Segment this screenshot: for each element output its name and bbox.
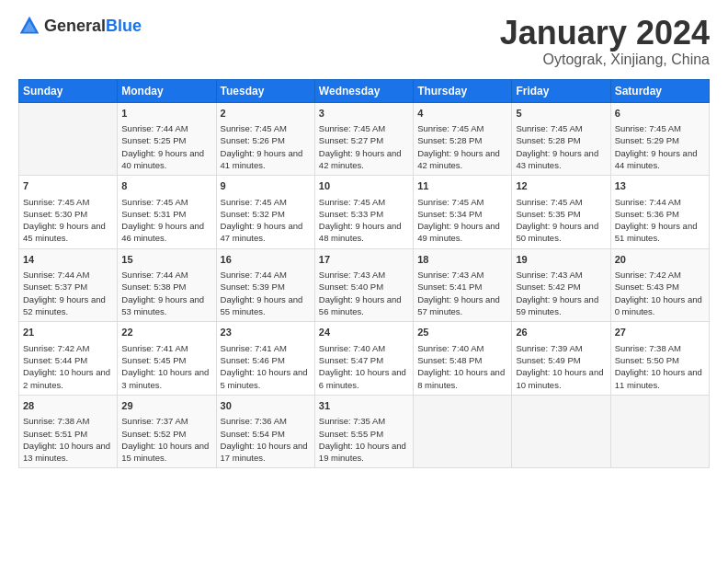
day-number: 1 xyxy=(121,107,211,121)
daylight-text: Daylight: 10 hours and 8 minutes. xyxy=(417,367,505,389)
header-cell: Friday xyxy=(512,79,610,102)
daylight-text: Daylight: 9 hours and 51 minutes. xyxy=(615,221,698,243)
sunrise-text: Sunrise: 7:37 AM xyxy=(121,416,188,426)
calendar-cell: 9Sunrise: 7:45 AMSunset: 5:32 PMDaylight… xyxy=(216,176,314,249)
daylight-text: Daylight: 9 hours and 53 minutes. xyxy=(121,294,204,316)
sunrise-text: Sunrise: 7:44 AM xyxy=(615,197,681,207)
month-title: January 2024 xyxy=(500,15,710,52)
daylight-text: Daylight: 9 hours and 56 minutes. xyxy=(319,294,402,316)
calendar-cell: 26Sunrise: 7:39 AMSunset: 5:49 PMDayligh… xyxy=(512,322,610,396)
sunrise-text: Sunrise: 7:45 AM xyxy=(417,197,483,207)
day-number: 25 xyxy=(417,326,507,339)
calendar-cell: 30Sunrise: 7:36 AMSunset: 5:54 PMDayligh… xyxy=(216,395,314,468)
sunrise-text: Sunrise: 7:45 AM xyxy=(121,197,188,207)
daylight-text: Daylight: 10 hours and 0 minutes. xyxy=(615,294,702,316)
calendar-cell: 6Sunrise: 7:45 AMSunset: 5:29 PMDaylight… xyxy=(610,102,709,176)
day-number: 13 xyxy=(615,179,705,193)
sunset-text: Sunset: 5:33 PM xyxy=(319,209,383,219)
calendar-cell: 12Sunrise: 7:45 AMSunset: 5:35 PMDayligh… xyxy=(512,176,610,249)
sunset-text: Sunset: 5:25 PM xyxy=(121,135,186,145)
header-row: SundayMondayTuesdayWednesdayThursdayFrid… xyxy=(19,79,710,102)
sunset-text: Sunset: 5:28 PM xyxy=(417,135,482,145)
sunrise-text: Sunrise: 7:45 AM xyxy=(221,123,287,133)
day-number: 31 xyxy=(319,399,409,413)
calendar-cell xyxy=(610,395,709,468)
sunrise-text: Sunrise: 7:45 AM xyxy=(319,197,385,207)
sunrise-text: Sunrise: 7:44 AM xyxy=(121,270,188,280)
sunrise-text: Sunrise: 7:40 AM xyxy=(417,343,483,353)
day-number: 24 xyxy=(319,326,409,339)
sunrise-text: Sunrise: 7:36 AM xyxy=(221,416,287,426)
sunset-text: Sunset: 5:45 PM xyxy=(121,355,186,365)
sunset-text: Sunset: 5:35 PM xyxy=(516,209,580,219)
sunrise-text: Sunrise: 7:45 AM xyxy=(319,123,385,133)
sunset-text: Sunset: 5:43 PM xyxy=(615,282,679,292)
daylight-text: Daylight: 10 hours and 15 minutes. xyxy=(121,441,209,463)
sunset-text: Sunset: 5:26 PM xyxy=(221,135,285,145)
daylight-text: Daylight: 10 hours and 11 minutes. xyxy=(615,367,702,389)
calendar-cell xyxy=(19,102,118,176)
day-number: 21 xyxy=(23,326,113,339)
calendar-cell: 18Sunrise: 7:43 AMSunset: 5:41 PMDayligh… xyxy=(414,248,512,322)
calendar-week-row: 1Sunrise: 7:44 AMSunset: 5:25 PMDaylight… xyxy=(19,102,710,176)
day-number: 30 xyxy=(221,399,311,413)
day-number: 9 xyxy=(221,179,311,193)
calendar-cell: 28Sunrise: 7:38 AMSunset: 5:51 PMDayligh… xyxy=(19,395,118,468)
calendar-header: SundayMondayTuesdayWednesdayThursdayFrid… xyxy=(19,79,710,102)
sunrise-text: Sunrise: 7:38 AM xyxy=(615,343,681,353)
calendar-cell: 7Sunrise: 7:45 AMSunset: 5:30 PMDaylight… xyxy=(19,176,118,249)
sunrise-text: Sunrise: 7:45 AM xyxy=(516,123,582,133)
sunrise-text: Sunrise: 7:43 AM xyxy=(516,270,582,280)
calendar-week-row: 21Sunrise: 7:42 AMSunset: 5:44 PMDayligh… xyxy=(19,322,710,396)
calendar-cell: 2Sunrise: 7:45 AMSunset: 5:26 PMDaylight… xyxy=(216,102,314,176)
sunrise-text: Sunrise: 7:39 AM xyxy=(516,343,582,353)
calendar-cell: 14Sunrise: 7:44 AMSunset: 5:37 PMDayligh… xyxy=(19,248,118,322)
calendar-cell: 19Sunrise: 7:43 AMSunset: 5:42 PMDayligh… xyxy=(512,248,610,322)
sunrise-text: Sunrise: 7:42 AM xyxy=(23,343,89,353)
calendar-week-row: 7Sunrise: 7:45 AMSunset: 5:30 PMDaylight… xyxy=(19,176,710,249)
calendar-week-row: 28Sunrise: 7:38 AMSunset: 5:51 PMDayligh… xyxy=(19,395,710,468)
day-number: 18 xyxy=(417,253,507,267)
page-container: GeneralBlue January 2024 Oytograk, Xinji… xyxy=(0,0,728,477)
calendar-cell: 29Sunrise: 7:37 AMSunset: 5:52 PMDayligh… xyxy=(118,395,216,468)
daylight-text: Daylight: 9 hours and 45 minutes. xyxy=(23,221,106,243)
header-cell: Sunday xyxy=(19,79,118,102)
day-number: 6 xyxy=(615,107,705,121)
sunset-text: Sunset: 5:50 PM xyxy=(615,355,679,365)
calendar-cell: 25Sunrise: 7:40 AMSunset: 5:48 PMDayligh… xyxy=(414,322,512,396)
day-number: 14 xyxy=(23,253,113,267)
calendar-cell: 11Sunrise: 7:45 AMSunset: 5:34 PMDayligh… xyxy=(414,176,512,249)
day-number: 12 xyxy=(516,179,606,193)
calendar-cell xyxy=(512,395,610,468)
daylight-text: Daylight: 10 hours and 17 minutes. xyxy=(221,441,308,463)
logo-general-text: General xyxy=(44,17,106,35)
calendar-table: SundayMondayTuesdayWednesdayThursdayFrid… xyxy=(18,79,710,469)
calendar-cell: 17Sunrise: 7:43 AMSunset: 5:40 PMDayligh… xyxy=(314,248,413,322)
sunrise-text: Sunrise: 7:45 AM xyxy=(516,197,582,207)
daylight-text: Daylight: 9 hours and 47 minutes. xyxy=(221,221,303,243)
daylight-text: Daylight: 9 hours and 52 minutes. xyxy=(23,294,106,316)
sunset-text: Sunset: 5:51 PM xyxy=(23,429,87,439)
day-number: 16 xyxy=(221,253,311,267)
logo-icon xyxy=(18,15,40,37)
sunrise-text: Sunrise: 7:45 AM xyxy=(221,197,287,207)
day-number: 2 xyxy=(221,107,311,121)
daylight-text: Daylight: 10 hours and 13 minutes. xyxy=(23,441,110,463)
logo: GeneralBlue xyxy=(18,15,142,37)
sunrise-text: Sunrise: 7:44 AM xyxy=(221,270,287,280)
calendar-cell: 13Sunrise: 7:44 AMSunset: 5:36 PMDayligh… xyxy=(610,176,709,249)
logo-blue-text: Blue xyxy=(106,17,142,35)
sunset-text: Sunset: 5:32 PM xyxy=(221,209,285,219)
sunset-text: Sunset: 5:46 PM xyxy=(221,355,285,365)
day-number: 15 xyxy=(121,253,211,267)
sunset-text: Sunset: 5:31 PM xyxy=(121,209,186,219)
calendar-cell: 4Sunrise: 7:45 AMSunset: 5:28 PMDaylight… xyxy=(414,102,512,176)
daylight-text: Daylight: 9 hours and 48 minutes. xyxy=(319,221,402,243)
calendar-cell: 21Sunrise: 7:42 AMSunset: 5:44 PMDayligh… xyxy=(19,322,118,396)
calendar-week-row: 14Sunrise: 7:44 AMSunset: 5:37 PMDayligh… xyxy=(19,248,710,322)
sunset-text: Sunset: 5:39 PM xyxy=(221,282,285,292)
sunrise-text: Sunrise: 7:45 AM xyxy=(23,197,89,207)
daylight-text: Daylight: 10 hours and 6 minutes. xyxy=(319,367,406,389)
day-number: 17 xyxy=(319,253,409,267)
daylight-text: Daylight: 9 hours and 40 minutes. xyxy=(121,148,204,170)
